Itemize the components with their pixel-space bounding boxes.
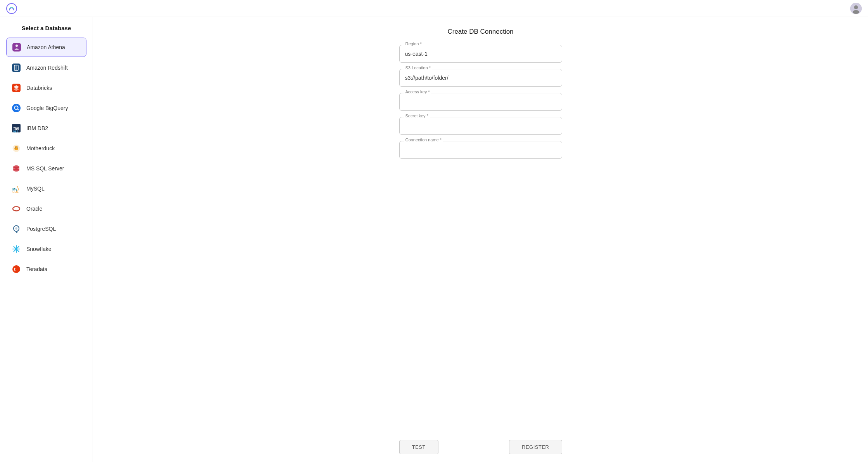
sidebar-item-postgresql[interactable]: PostgreSQL (6, 220, 86, 238)
sidebar-item-snowflake[interactable]: Snowflake (6, 240, 86, 258)
bigquery-icon (11, 103, 22, 113)
svg-point-21 (17, 148, 17, 148)
sidebar-item-ibm-db2[interactable]: IBMDB2IBM DB2 (6, 119, 86, 137)
sidebar-item-amazon-athena[interactable]: Amazon Athena (6, 38, 86, 57)
button-row: TEST REGISTER (399, 428, 562, 462)
sidebar-item-label: MySQL (26, 185, 45, 192)
sidebar-item-oracle[interactable]: Oracle (6, 199, 86, 218)
secret-key-field-wrapper: Secret key * (399, 117, 562, 135)
sidebar-item-amazon-redshift[interactable]: Amazon Redshift (6, 58, 86, 77)
sidebar-item-label: IBM DB2 (26, 125, 48, 131)
databricks-icon (11, 82, 22, 93)
svg-point-20 (15, 148, 16, 148)
sidebar-title: Select a Database (6, 25, 86, 31)
main-content: Select a Database Amazon AthenaAmazon Re… (0, 17, 868, 462)
svg-point-0 (7, 3, 17, 14)
sidebar-item-label: Motherduck (26, 145, 55, 151)
sidebar-item-label: Databricks (26, 85, 52, 91)
connection-name-field-wrapper: Connection name * (399, 141, 562, 159)
sidebar-item-motherduck[interactable]: Motherduck (6, 139, 86, 158)
access-key-input[interactable] (399, 93, 562, 111)
svg-point-3 (853, 10, 859, 14)
sidebar-item-mysql[interactable]: MySQLMySQL (6, 179, 86, 198)
oracle-icon (11, 203, 22, 214)
connection-name-input[interactable] (399, 141, 562, 159)
access-key-field-wrapper: Access key * (399, 93, 562, 111)
sidebar-item-google-bigquery[interactable]: Google BigQuery (6, 99, 86, 117)
svg-point-19 (14, 147, 18, 150)
motherduck-icon (11, 143, 22, 154)
sidebar-item-label: Snowflake (26, 246, 52, 252)
svg-point-5 (16, 45, 18, 47)
svg-rect-4 (12, 43, 21, 52)
athena-icon (11, 42, 22, 53)
mysql-icon: MySQL (11, 183, 22, 194)
sidebar-item-label: PostgreSQL (26, 226, 56, 232)
sidebar: Select a Database Amazon AthenaAmazon Re… (0, 17, 93, 462)
region-field-wrapper: Region * (399, 45, 562, 63)
svg-point-24 (13, 168, 19, 172)
sidebar-item-label: Amazon Redshift (26, 65, 68, 71)
region-input[interactable] (399, 45, 562, 63)
sidebar-item-label: Amazon Athena (27, 44, 65, 50)
svg-rect-12 (12, 104, 21, 112)
snowflake-icon (11, 244, 22, 254)
svg-point-2 (854, 5, 858, 9)
top-nav (0, 0, 868, 17)
panel-title: Create DB Connection (93, 17, 868, 45)
svg-point-37 (12, 265, 20, 273)
app-logo (6, 3, 17, 14)
svg-text:DB2: DB2 (13, 130, 18, 132)
svg-point-29 (15, 227, 17, 230)
sidebar-item-label: Teradata (26, 266, 47, 272)
user-avatar[interactable] (850, 3, 862, 14)
svg-point-27 (13, 207, 20, 211)
right-panel: Create DB Connection Region * S3 Locatio… (93, 17, 868, 462)
ibmdb2-icon: IBMDB2 (11, 123, 22, 134)
form-area: Region * S3 Location * Access key * Secr… (93, 45, 868, 462)
s3-field-wrapper: S3 Location * (399, 69, 562, 87)
sidebar-item-label: Oracle (26, 206, 42, 212)
svg-rect-8 (16, 65, 17, 70)
postgresql-icon (11, 223, 22, 234)
svg-point-36 (16, 248, 17, 250)
secret-key-input[interactable] (399, 117, 562, 135)
mssql-icon (11, 163, 22, 174)
sidebar-item-label: MS SQL Server (26, 165, 64, 172)
svg-text:t: t (14, 266, 16, 272)
register-button[interactable]: REGISTER (509, 440, 562, 454)
teradata-icon: t (11, 264, 22, 275)
sidebar-item-ms-sql-server[interactable]: MS SQL Server (6, 159, 86, 178)
sidebar-item-databricks[interactable]: Databricks (6, 79, 86, 97)
redshift-icon (11, 62, 22, 73)
s3-input[interactable] (399, 69, 562, 87)
sidebar-item-label: Google BigQuery (26, 105, 68, 111)
test-button[interactable]: TEST (399, 440, 438, 454)
sidebar-item-teradata[interactable]: tTeradata (6, 260, 86, 278)
